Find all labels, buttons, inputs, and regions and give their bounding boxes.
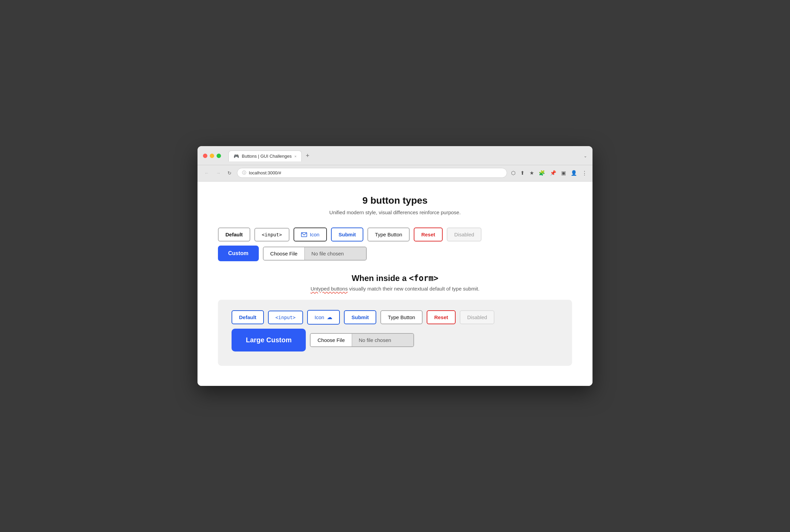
toolbar-icons: ⬡ ⬆ ★ 🧩 📌 ▣ 👤 ⋮: [511, 170, 587, 176]
url-bar[interactable]: ⓘ localhost:3000/#: [237, 168, 507, 178]
button-row-3: Default <input> Icon ☁ Submit Type Butto…: [232, 310, 558, 325]
menu-icon[interactable]: ⋮: [582, 170, 587, 176]
tab-title: Buttons | GUI Challenges: [242, 154, 291, 159]
traffic-light-maximize[interactable]: [217, 154, 221, 158]
extensions-icon[interactable]: 🧩: [539, 170, 545, 176]
no-file-chosen-label: No file chosen: [305, 247, 366, 260]
submit-button[interactable]: Submit: [331, 228, 363, 241]
form-default-button[interactable]: Default: [232, 310, 264, 324]
traffic-light-close[interactable]: [203, 154, 207, 158]
back-button[interactable]: ←: [203, 170, 210, 176]
sidebar-icon[interactable]: ▣: [561, 170, 566, 176]
form-choose-file-button[interactable]: Choose File: [311, 334, 352, 346]
page-title: 9 button types: [218, 195, 572, 206]
reset-button[interactable]: Reset: [414, 228, 443, 241]
button-row-2: Custom Choose File No file chosen: [218, 246, 572, 261]
form-disabled-button: Disabled: [460, 310, 494, 324]
lock-icon: ⓘ: [242, 170, 246, 176]
file-input-wrapper: Choose File No file chosen: [263, 247, 367, 261]
page-content: 9 button types Unified modern style, vis…: [198, 182, 592, 386]
form-input-button[interactable]: <input>: [268, 311, 303, 324]
section2-title: When inside a <form>: [218, 273, 572, 283]
address-bar: ← → ↻ ⓘ localhost:3000/# ⬡ ⬆ ★ 🧩 📌 ▣ 👤 ⋮: [198, 165, 592, 182]
form-icon-button-label: Icon: [315, 314, 324, 320]
mail-icon: [301, 232, 307, 237]
forward-button[interactable]: →: [215, 170, 222, 176]
section2-subtitle-underline: Untyped buttons: [311, 286, 348, 292]
section2-subtitle-rest: visually match their new contextual defa…: [348, 286, 479, 292]
traffic-light-minimize[interactable]: [210, 154, 214, 158]
form-type-button-button[interactable]: Type Button: [380, 310, 423, 324]
form-reset-button[interactable]: Reset: [427, 310, 456, 324]
page-subtitle: Unified modern style, visual differences…: [218, 209, 572, 215]
form-file-input-wrapper: Choose File No file chosen: [310, 333, 414, 347]
refresh-button[interactable]: ↻: [226, 170, 233, 176]
section2-title-code: <form>: [409, 273, 439, 283]
button-row-1: Default <input> Icon Submit Type Button …: [218, 228, 572, 241]
large-custom-button[interactable]: Large Custom: [232, 329, 306, 351]
tabs-row: 🎮 Buttons | GUI Challenges × +: [228, 150, 580, 161]
pin-icon[interactable]: 📌: [550, 170, 556, 176]
cloud-icon: ☁: [327, 314, 332, 320]
choose-file-button[interactable]: Choose File: [264, 247, 305, 260]
icon-button[interactable]: Icon: [294, 228, 327, 241]
share-icon[interactable]: ⬆: [520, 170, 525, 176]
form-icon-button[interactable]: Icon ☁: [307, 310, 340, 325]
default-button[interactable]: Default: [218, 228, 250, 241]
input-button[interactable]: <input>: [254, 228, 289, 241]
external-link-icon[interactable]: ⬡: [511, 170, 516, 176]
chrome-chevron-icon: ⌄: [584, 154, 587, 158]
url-text: localhost:3000/#: [249, 170, 281, 175]
type-button-button[interactable]: Type Button: [367, 228, 410, 241]
bookmark-icon[interactable]: ★: [530, 170, 534, 176]
form-section: Default <input> Icon ☁ Submit Type Butto…: [218, 300, 572, 366]
browser-tab-active[interactable]: 🎮 Buttons | GUI Challenges ×: [228, 151, 302, 161]
section2-subtitle: Untyped buttons visually match their new…: [218, 286, 572, 292]
button-row-4: Large Custom Choose File No file chosen: [232, 329, 558, 351]
new-tab-button[interactable]: +: [302, 150, 313, 161]
chrome-titlebar: 🎮 Buttons | GUI Challenges × + ⌄: [198, 146, 592, 165]
form-submit-button[interactable]: Submit: [344, 310, 376, 324]
icon-button-label: Icon: [310, 232, 319, 237]
traffic-lights: [203, 154, 221, 158]
profile-icon[interactable]: 👤: [571, 170, 577, 176]
custom-button[interactable]: Custom: [218, 246, 259, 261]
browser-window: 🎮 Buttons | GUI Challenges × + ⌄ ← → ↻ ⓘ…: [198, 146, 592, 386]
tab-close-button[interactable]: ×: [294, 154, 296, 158]
form-no-file-chosen-label: No file chosen: [352, 334, 413, 346]
tab-favicon: 🎮: [234, 154, 239, 159]
disabled-button: Disabled: [447, 228, 481, 241]
section2-title-text: When inside a: [352, 273, 409, 283]
